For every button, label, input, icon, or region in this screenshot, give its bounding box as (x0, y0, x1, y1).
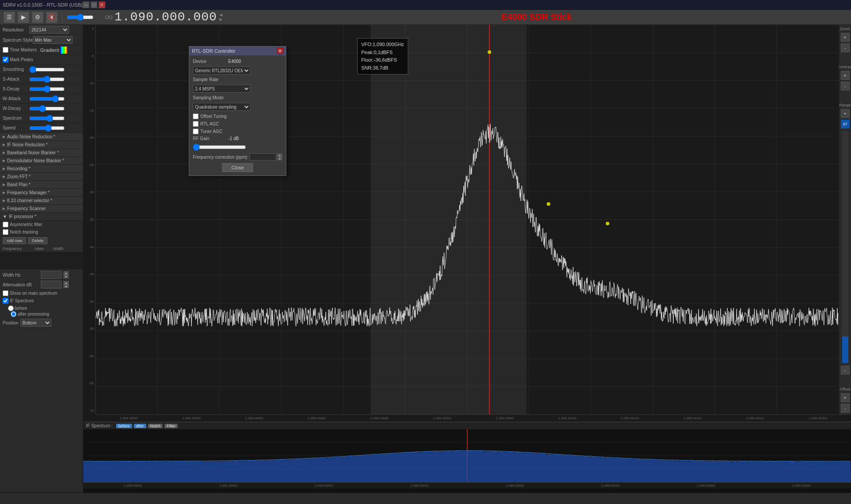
if-freq-tick-2: 1,090.000G (276, 484, 372, 488)
zoom-label: Zoom (840, 27, 850, 31)
notch-tracking-checkbox[interactable] (3, 229, 8, 235)
zoom-out-button[interactable]: - (841, 43, 850, 52)
zoom-in-button[interactable]: + (841, 33, 850, 42)
attenuation-input[interactable]: -160 (41, 281, 61, 288)
time-markers-checkbox-label[interactable]: Time Markers (3, 47, 37, 53)
plugin-label: 8.33 channel selector * (7, 198, 52, 203)
if-tab-notch[interactable]: Notch (148, 424, 163, 428)
show-on-main-label[interactable]: Show on main spectrum (3, 290, 80, 296)
width-hz-input[interactable]: 300 (41, 271, 61, 278)
if-spectrum-canvas[interactable] (83, 429, 851, 482)
smoothing-slider[interactable] (29, 67, 65, 72)
volume-slider[interactable] (67, 14, 94, 20)
attenuation-down[interactable]: ▼ (63, 285, 69, 288)
before-radio-label[interactable]: before (8, 305, 80, 311)
maximize-button[interactable]: □ (90, 1, 98, 8)
menu-button[interactable]: ☰ (4, 12, 15, 23)
speed-label: Speed (3, 125, 29, 130)
speed-slider[interactable] (29, 125, 65, 131)
plugin-frequency-scanner[interactable]: ▶ Frequency Scanner (0, 205, 83, 213)
asymmetric-filter-checkbox[interactable] (3, 222, 8, 227)
if-spectrum-checkbox[interactable] (3, 298, 8, 304)
notch-tracking-label[interactable]: Notch tracking (3, 229, 80, 235)
freq-down-arrow[interactable]: ► (219, 17, 223, 22)
rtl-dialog-close-x[interactable]: ✕ (277, 48, 283, 54)
plugin-zoom-fft[interactable]: ▶ Zoom FFT * (0, 173, 83, 181)
plugin-demodulator-noise-blanker[interactable]: ▶ Demodulator Noise Blanker * (0, 157, 83, 165)
dialog-rf-gain-slider[interactable] (193, 144, 246, 151)
plugin-audio-noise-reduction[interactable]: ▶ Audio Noise Reduction * (0, 133, 83, 141)
time-markers-checkbox[interactable] (3, 47, 8, 53)
contrast-down-button[interactable]: - (841, 82, 850, 90)
gradient-preview[interactable] (60, 47, 67, 54)
s-decay-slider[interactable] (29, 86, 65, 92)
plugin-if-noise-reduction[interactable]: ▶ IF Noise Reduction * (0, 141, 83, 149)
toolbar-separator (62, 13, 62, 22)
offset-down-button[interactable]: - (841, 404, 850, 413)
mark-peaks-checkbox-label[interactable]: Mark Peaks (3, 57, 33, 63)
freq-tick-1: 1,089.999G (160, 416, 223, 420)
asymmetric-filter-label[interactable]: Asymmetric filter (3, 222, 80, 227)
dialog-tuner-agc-checkbox[interactable] (193, 129, 199, 134)
if-freq-tick-4: 1,090.000G (467, 484, 563, 488)
plugin-recording[interactable]: ▶ Recording * (0, 165, 83, 173)
if-processor-header[interactable]: ▼ IF processor * (0, 213, 83, 221)
delete-button[interactable]: Delete (28, 237, 47, 244)
if-tab-after[interactable]: after (134, 424, 146, 428)
dialog-device-select[interactable]: Generic RTL2832U OEM (0) (193, 66, 250, 74)
mark-peaks-checkbox[interactable] (3, 57, 8, 63)
dialog-sampling-mode-row: Sampling Mode (193, 95, 282, 100)
add-new-button[interactable]: Add new (3, 237, 26, 244)
resolution-select[interactable]: 262144 131072 65536 (29, 26, 69, 34)
minimize-button[interactable]: ─ (82, 1, 90, 8)
play-button[interactable]: ▶ (18, 12, 29, 23)
plugin-band-plan[interactable]: ▶ Band Plan * (0, 181, 83, 189)
w-decay-slider[interactable] (29, 106, 65, 111)
contrast-up-button[interactable]: + (841, 71, 850, 80)
plugin-833-channel-selector[interactable]: ▶ 8.33 channel selector * (0, 197, 83, 205)
after-radio[interactable] (11, 311, 16, 317)
width-hz-up[interactable]: ▲ (63, 271, 69, 275)
if-processor-arrow: ▼ (3, 214, 7, 219)
dialog-offset-tuning-checkbox[interactable] (193, 113, 199, 119)
w-attack-slider[interactable] (29, 96, 65, 102)
dialog-freq-correction-input[interactable]: 22 (250, 153, 276, 160)
dialog-close-button[interactable]: Close (222, 163, 253, 172)
filter-col-frequency: Frequency (3, 246, 34, 251)
before-radio[interactable] (8, 305, 14, 311)
main-freq-axis: 1,089.999G 1,089.999G 1,089.999G 1,089.9… (96, 414, 851, 422)
dialog-sample-rate-select[interactable]: 2.4 MSPS 2.0 MSPS 1.4 MSPS (193, 85, 250, 93)
position-select[interactable]: Bottom Top Left Right (20, 319, 51, 327)
if-spectrum-label[interactable]: IF Spectrum (3, 298, 80, 304)
if-tab-filter[interactable]: Filter (164, 424, 178, 428)
main-display-row: 0 -5 -10 -15 -20 -25 -30 -35 -40 -45 -50… (83, 25, 851, 414)
attenuation-up[interactable]: ▲ (63, 281, 69, 285)
mute-button[interactable]: 🔇 (46, 12, 58, 23)
range-up-button[interactable]: + (841, 109, 850, 118)
spectrum-style-select[interactable]: Min Max Average (33, 36, 73, 44)
if-tab-before[interactable]: before (116, 424, 132, 428)
if-freq-tick-6: 1,090.000G (658, 484, 754, 488)
freq-correction-up[interactable]: ▲ (277, 153, 282, 157)
plugin-baseband-noise-blanker[interactable]: ▶ Baseband Noise Blanker * (0, 149, 83, 157)
width-hz-down[interactable]: ▼ (63, 275, 69, 278)
close-button[interactable]: ✕ (98, 1, 105, 8)
settings-button[interactable]: ⚙ (32, 12, 43, 23)
dialog-sampling-mode-select[interactable]: Quadrature sampling Direct sampling (193, 103, 250, 111)
db-axis: 0 -5 -10 -15 -20 -25 -30 -35 -40 -45 -50… (83, 25, 96, 414)
offset-up-button[interactable]: + (841, 393, 850, 402)
range-scrollbar-thumb (842, 336, 848, 363)
show-on-main-checkbox[interactable] (3, 290, 8, 296)
after-radio-label[interactable]: after processing (11, 311, 80, 317)
freq-correction-down[interactable]: ▼ (277, 157, 282, 160)
range-scrollbar-track[interactable] (842, 131, 848, 363)
dialog-sample-rate-label: Sample Rate (193, 77, 228, 82)
plugin-frequency-manager[interactable]: ▶ Frequency Manager * (0, 189, 83, 197)
freq-up-arrow[interactable]: ◄ (219, 13, 223, 17)
dialog-rtl-agc-checkbox[interactable] (193, 121, 199, 127)
s-attack-slider[interactable] (29, 77, 65, 82)
plugin-arrow: ▶ (3, 167, 5, 171)
spectrum-slider[interactable] (29, 116, 65, 121)
range-down-button[interactable]: - (841, 366, 850, 375)
speed-row: Speed (0, 123, 83, 133)
